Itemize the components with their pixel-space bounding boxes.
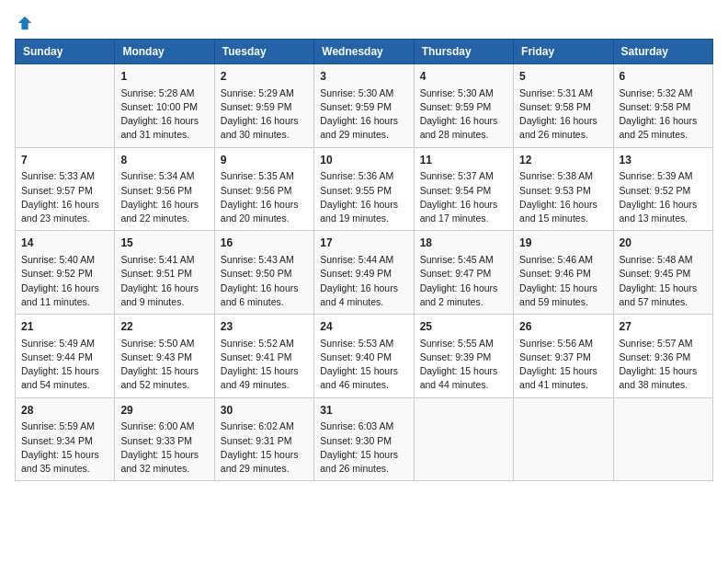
- day-number: 8: [120, 153, 208, 168]
- day-number: 22: [120, 319, 208, 335]
- logo: [15, 15, 33, 31]
- calendar-cell: 15Sunrise: 5:41 AM Sunset: 9:51 PM Dayli…: [115, 231, 214, 315]
- calendar-cell: 5Sunrise: 5:31 AM Sunset: 9:58 PM Daylig…: [514, 64, 613, 148]
- day-number: 23: [221, 319, 308, 335]
- day-number: 3: [320, 69, 407, 85]
- day-info: Sunrise: 5:53 AM Sunset: 9:40 PM Dayligh…: [320, 337, 407, 393]
- calendar-cell: 1Sunrise: 5:28 AM Sunset: 10:00 PM Dayli…: [115, 64, 214, 148]
- day-number: 25: [420, 319, 507, 335]
- day-info: Sunrise: 5:45 AM Sunset: 9:47 PM Dayligh…: [420, 253, 507, 309]
- calendar-cell: 20Sunrise: 5:48 AM Sunset: 9:45 PM Dayli…: [613, 231, 712, 315]
- calendar-cell: 16Sunrise: 5:43 AM Sunset: 9:50 PM Dayli…: [214, 231, 313, 315]
- calendar-week-5: 28Sunrise: 5:59 AM Sunset: 9:34 PM Dayli…: [16, 397, 713, 481]
- calendar-cell: [613, 397, 712, 481]
- calendar-cell: 4Sunrise: 5:30 AM Sunset: 9:59 PM Daylig…: [414, 64, 513, 148]
- day-info: Sunrise: 6:00 AM Sunset: 9:33 PM Dayligh…: [120, 419, 208, 476]
- day-info: Sunrise: 5:38 AM Sunset: 9:53 PM Dayligh…: [519, 169, 607, 225]
- col-header-friday: Friday: [514, 40, 613, 64]
- calendar-cell: 21Sunrise: 5:49 AM Sunset: 9:44 PM Dayli…: [16, 315, 115, 398]
- day-info: Sunrise: 5:36 AM Sunset: 9:55 PM Dayligh…: [320, 169, 407, 225]
- calendar-cell: 8Sunrise: 5:34 AM Sunset: 9:56 PM Daylig…: [115, 147, 214, 231]
- day-number: 20: [620, 236, 707, 251]
- day-info: Sunrise: 5:39 AM Sunset: 9:52 PM Dayligh…: [620, 169, 707, 225]
- calendar-cell: 10Sunrise: 5:36 AM Sunset: 9:55 PM Dayli…: [314, 147, 414, 231]
- calendar-cell: 7Sunrise: 5:33 AM Sunset: 9:57 PM Daylig…: [16, 147, 115, 231]
- col-header-saturday: Saturday: [613, 40, 712, 64]
- day-info: Sunrise: 5:52 AM Sunset: 9:41 PM Dayligh…: [221, 337, 308, 393]
- page-header: [15, 15, 713, 31]
- day-number: 28: [21, 403, 108, 419]
- calendar-week-1: 1Sunrise: 5:28 AM Sunset: 10:00 PM Dayli…: [16, 64, 713, 148]
- day-info: Sunrise: 5:43 AM Sunset: 9:50 PM Dayligh…: [221, 253, 308, 309]
- day-info: Sunrise: 5:59 AM Sunset: 9:34 PM Dayligh…: [21, 419, 108, 476]
- day-number: 6: [620, 69, 707, 85]
- day-number: 15: [120, 236, 208, 251]
- calendar-cell: 6Sunrise: 5:32 AM Sunset: 9:58 PM Daylig…: [613, 64, 712, 148]
- day-number: 4: [420, 69, 507, 85]
- col-header-monday: Monday: [115, 40, 214, 64]
- day-info: Sunrise: 5:41 AM Sunset: 9:51 PM Dayligh…: [120, 253, 208, 309]
- day-number: 10: [320, 153, 407, 168]
- day-number: 7: [21, 153, 108, 168]
- day-number: 30: [221, 403, 308, 419]
- calendar-cell: 11Sunrise: 5:37 AM Sunset: 9:54 PM Dayli…: [414, 147, 513, 231]
- day-number: 26: [519, 319, 607, 335]
- calendar-week-4: 21Sunrise: 5:49 AM Sunset: 9:44 PM Dayli…: [16, 315, 713, 398]
- day-info: Sunrise: 5:44 AM Sunset: 9:49 PM Dayligh…: [320, 253, 407, 309]
- day-number: 14: [21, 236, 108, 251]
- calendar-cell: [514, 397, 613, 481]
- col-header-thursday: Thursday: [414, 40, 513, 64]
- day-info: Sunrise: 5:31 AM Sunset: 9:58 PM Dayligh…: [519, 86, 607, 143]
- calendar-cell: 17Sunrise: 5:44 AM Sunset: 9:49 PM Dayli…: [314, 231, 414, 315]
- calendar-cell: [16, 64, 115, 148]
- calendar-cell: 2Sunrise: 5:29 AM Sunset: 9:59 PM Daylig…: [214, 64, 313, 148]
- day-number: 19: [519, 236, 607, 251]
- calendar-cell: 3Sunrise: 5:30 AM Sunset: 9:59 PM Daylig…: [314, 64, 414, 148]
- day-number: 27: [620, 319, 707, 335]
- svg-marker-0: [18, 17, 31, 29]
- calendar-cell: 13Sunrise: 5:39 AM Sunset: 9:52 PM Dayli…: [613, 147, 712, 231]
- calendar-cell: 22Sunrise: 5:50 AM Sunset: 9:43 PM Dayli…: [115, 315, 214, 398]
- calendar-cell: 25Sunrise: 5:55 AM Sunset: 9:39 PM Dayli…: [414, 315, 513, 398]
- logo-icon: [17, 15, 33, 31]
- day-info: Sunrise: 5:48 AM Sunset: 9:45 PM Dayligh…: [620, 253, 707, 309]
- calendar-week-2: 7Sunrise: 5:33 AM Sunset: 9:57 PM Daylig…: [16, 147, 713, 231]
- day-info: Sunrise: 5:33 AM Sunset: 9:57 PM Dayligh…: [21, 169, 108, 225]
- day-info: Sunrise: 6:03 AM Sunset: 9:30 PM Dayligh…: [320, 419, 407, 476]
- day-number: 17: [320, 236, 407, 251]
- day-info: Sunrise: 6:02 AM Sunset: 9:31 PM Dayligh…: [221, 419, 308, 476]
- day-number: 16: [221, 236, 308, 251]
- day-info: Sunrise: 5:40 AM Sunset: 9:52 PM Dayligh…: [21, 253, 108, 309]
- calendar-table: SundayMondayTuesdayWednesdayThursdayFrid…: [15, 39, 713, 481]
- day-info: Sunrise: 5:30 AM Sunset: 9:59 PM Dayligh…: [320, 86, 407, 143]
- day-number: 18: [420, 236, 507, 251]
- col-header-sunday: Sunday: [16, 40, 115, 64]
- day-number: 13: [620, 153, 707, 168]
- day-number: 5: [519, 69, 607, 85]
- day-info: Sunrise: 5:46 AM Sunset: 9:46 PM Dayligh…: [519, 253, 607, 309]
- day-info: Sunrise: 5:28 AM Sunset: 10:00 PM Daylig…: [120, 86, 208, 143]
- day-number: 2: [221, 69, 308, 85]
- calendar-header-row: SundayMondayTuesdayWednesdayThursdayFrid…: [16, 40, 713, 64]
- day-number: 24: [320, 319, 407, 335]
- day-info: Sunrise: 5:57 AM Sunset: 9:36 PM Dayligh…: [620, 337, 707, 393]
- col-header-tuesday: Tuesday: [214, 40, 313, 64]
- day-info: Sunrise: 5:55 AM Sunset: 9:39 PM Dayligh…: [420, 337, 507, 393]
- day-number: 29: [120, 403, 208, 419]
- day-info: Sunrise: 5:32 AM Sunset: 9:58 PM Dayligh…: [620, 86, 707, 143]
- day-info: Sunrise: 5:29 AM Sunset: 9:59 PM Dayligh…: [221, 86, 308, 143]
- calendar-week-3: 14Sunrise: 5:40 AM Sunset: 9:52 PM Dayli…: [16, 231, 713, 315]
- day-number: 9: [221, 153, 308, 168]
- day-number: 21: [21, 319, 108, 335]
- day-info: Sunrise: 5:49 AM Sunset: 9:44 PM Dayligh…: [21, 337, 108, 393]
- col-header-wednesday: Wednesday: [314, 40, 414, 64]
- calendar-cell: 28Sunrise: 5:59 AM Sunset: 9:34 PM Dayli…: [16, 397, 115, 481]
- day-info: Sunrise: 5:37 AM Sunset: 9:54 PM Dayligh…: [420, 169, 507, 225]
- day-info: Sunrise: 5:56 AM Sunset: 9:37 PM Dayligh…: [519, 337, 607, 393]
- day-number: 31: [320, 403, 407, 419]
- day-info: Sunrise: 5:30 AM Sunset: 9:59 PM Dayligh…: [420, 86, 507, 143]
- day-number: 1: [120, 69, 208, 85]
- calendar-cell: 18Sunrise: 5:45 AM Sunset: 9:47 PM Dayli…: [414, 231, 513, 315]
- calendar-cell: 29Sunrise: 6:00 AM Sunset: 9:33 PM Dayli…: [115, 397, 214, 481]
- calendar-cell: 14Sunrise: 5:40 AM Sunset: 9:52 PM Dayli…: [16, 231, 115, 315]
